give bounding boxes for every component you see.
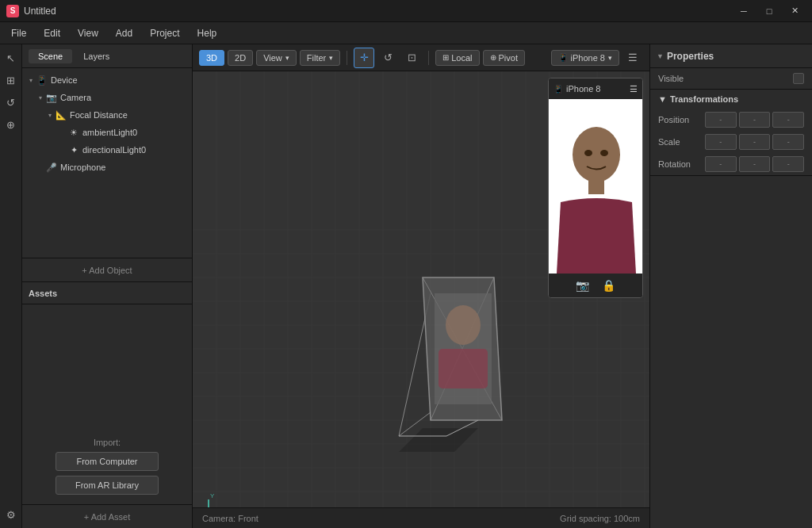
menu-edit[interactable]: Edit bbox=[36, 25, 68, 42]
rotate-tool-icon[interactable]: ↺ bbox=[2, 94, 20, 111]
import-label: Import: bbox=[94, 438, 121, 447]
preview-window: 📱 iPhone 8 ☰ bbox=[548, 78, 643, 298]
svg-point-56 bbox=[584, 150, 592, 156]
rotation-inputs: - - - bbox=[705, 156, 804, 172]
search-tool-icon[interactable]: ⊕ bbox=[2, 116, 20, 133]
tree-label-device: Device bbox=[51, 75, 78, 85]
viewport-statusbar: Camera: Front Grid spacing: 100cm bbox=[193, 507, 649, 528]
left-panel: Scene Layers ▾ 📱 Device ▾ 📷 Camera bbox=[22, 44, 193, 528]
scale-z-input[interactable]: - bbox=[772, 134, 804, 150]
menu-project[interactable]: Project bbox=[142, 25, 187, 42]
viewport-canvas[interactable]: X Y Z 📱 iPhone 8 ☰ bbox=[193, 71, 649, 507]
device-dropdown[interactable]: 📱 iPhone 8 bbox=[551, 50, 619, 66]
position-row: Position - - - bbox=[650, 109, 812, 131]
rotation-z-input[interactable]: - bbox=[772, 156, 804, 172]
from-ar-library-button[interactable]: From AR Library bbox=[56, 476, 159, 495]
camera-icon: 📷 bbox=[46, 92, 57, 103]
move-tool-button[interactable]: ↺ bbox=[377, 48, 398, 68]
svg-point-45 bbox=[446, 305, 481, 345]
directional-light-icon: ✦ bbox=[68, 144, 79, 155]
rotation-label: Rotation bbox=[658, 159, 702, 169]
tree-arrow-focal: ▾ bbox=[44, 109, 56, 121]
transformations-header[interactable]: ▼ Transformations bbox=[650, 90, 812, 109]
svg-point-57 bbox=[600, 150, 608, 156]
from-computer-button[interactable]: From Computer bbox=[56, 452, 159, 471]
visible-checkbox[interactable] bbox=[793, 73, 804, 84]
settings-tool-icon[interactable]: ⚙ bbox=[2, 506, 20, 523]
transformations-section: ▼ Transformations Position - - - Scale -… bbox=[650, 90, 812, 176]
mode-2d-button[interactable]: 2D bbox=[228, 50, 253, 66]
menu-view[interactable]: View bbox=[70, 25, 106, 42]
tree-item-camera[interactable]: ▾ 📷 Camera bbox=[22, 89, 192, 106]
tab-layers[interactable]: Layers bbox=[74, 49, 119, 63]
scale-row: Scale - - - bbox=[650, 131, 812, 153]
scene-panel: Scene Layers ▾ 📱 Device ▾ 📷 Camera bbox=[22, 44, 192, 282]
tree-arrow-camera: ▾ bbox=[35, 92, 46, 103]
properties-title: Properties bbox=[667, 51, 714, 62]
preview-footer: 📷 🔒 bbox=[549, 274, 642, 297]
pointer-tool-icon[interactable]: ↖ bbox=[2, 49, 20, 67]
preview-menu-icon[interactable]: ☰ bbox=[630, 84, 638, 94]
tree-item-directional-light[interactable]: ▶ ✦ directionalLight0 bbox=[22, 141, 192, 159]
menubar: File Edit View Add Project Help bbox=[0, 22, 812, 44]
transformations-label: Transformations bbox=[670, 94, 738, 104]
local-toggle[interactable]: ⊞ Local bbox=[435, 50, 479, 66]
mode-3d-button[interactable]: 3D bbox=[199, 50, 224, 66]
device-icon: 📱 bbox=[36, 75, 48, 86]
add-asset-button[interactable]: + Add Asset bbox=[22, 504, 192, 528]
app-icon: S bbox=[6, 5, 19, 17]
menu-file[interactable]: File bbox=[3, 25, 34, 42]
preview-header: 📱 iPhone 8 ☰ bbox=[549, 78, 642, 99]
position-z-input[interactable]: - bbox=[772, 112, 804, 128]
add-object-button[interactable]: + Add Object bbox=[22, 258, 192, 281]
svg-rect-46 bbox=[439, 349, 488, 388]
properties-panel: ▼ Properties Visible ▼ Transformations P… bbox=[649, 44, 812, 528]
app-title: Untitled bbox=[24, 6, 56, 17]
rotation-x-input[interactable]: - bbox=[705, 156, 737, 172]
snap-tool-button[interactable]: ⊡ bbox=[401, 48, 422, 68]
filter-dropdown[interactable]: Filter bbox=[300, 50, 340, 66]
tree-item-device[interactable]: ▾ 📱 Device bbox=[22, 71, 192, 89]
scale-y-input[interactable]: - bbox=[739, 134, 771, 150]
position-y-input[interactable]: - bbox=[739, 112, 771, 128]
menu-add[interactable]: Add bbox=[108, 25, 140, 42]
camera-status: Camera: Front bbox=[202, 514, 259, 523]
properties-header: ▼ Properties bbox=[650, 44, 812, 68]
screenshot-button[interactable]: 📷 bbox=[576, 279, 589, 292]
position-x-input[interactable]: - bbox=[705, 112, 737, 128]
scene-tree: ▾ 📱 Device ▾ 📷 Camera ▾ 📐 Focal Distance bbox=[22, 68, 192, 258]
preview-content bbox=[549, 99, 642, 274]
visible-row: Visible bbox=[650, 68, 812, 89]
tree-item-microphone[interactable]: ▶ 🎤 Microphone bbox=[22, 159, 192, 176]
tree-item-ambient-light[interactable]: ▶ ☀ ambientLight0 bbox=[22, 124, 192, 141]
menu-help[interactable]: Help bbox=[190, 25, 225, 42]
tree-item-focal[interactable]: ▾ 📐 Focal Distance bbox=[22, 106, 192, 124]
toolbar-separator-2 bbox=[428, 51, 429, 65]
minimize-button[interactable]: ─ bbox=[733, 0, 755, 22]
visible-label: Visible bbox=[658, 74, 684, 83]
maximize-button[interactable]: □ bbox=[758, 0, 780, 22]
preview-device-label: 📱 iPhone 8 bbox=[553, 84, 600, 94]
pivot-toggle[interactable]: ⊕ Pivot bbox=[483, 50, 525, 66]
scale-x-input[interactable]: - bbox=[705, 134, 737, 150]
close-button[interactable]: ✕ bbox=[783, 0, 806, 22]
titlebar: S Untitled ─ □ ✕ bbox=[0, 0, 812, 22]
record-button[interactable]: 🔒 bbox=[602, 279, 615, 292]
view-dropdown[interactable]: View bbox=[256, 50, 297, 66]
position-label: Position bbox=[658, 115, 702, 124]
preview-person-svg bbox=[549, 99, 642, 274]
assets-panel: Assets Import: From Computer From AR Lib… bbox=[22, 282, 192, 528]
focal-icon: 📐 bbox=[56, 109, 67, 121]
scale-label: Scale bbox=[658, 137, 702, 147]
tree-label-microphone: Microphone bbox=[60, 163, 105, 172]
rotation-y-input[interactable]: - bbox=[739, 156, 771, 172]
tree-arrow-device: ▾ bbox=[25, 75, 36, 86]
menu-icon[interactable]: ☰ bbox=[622, 48, 643, 68]
transform-tool-icon[interactable]: ⊞ bbox=[2, 71, 20, 89]
select-tool-button[interactable]: ✛ bbox=[354, 48, 374, 68]
scale-inputs: - - - bbox=[705, 134, 804, 150]
tree-label-focal: Focal Distance bbox=[70, 110, 128, 120]
ambient-light-icon: ☀ bbox=[68, 127, 79, 138]
tab-scene[interactable]: Scene bbox=[29, 49, 72, 63]
svg-text:Y: Y bbox=[210, 492, 215, 499]
